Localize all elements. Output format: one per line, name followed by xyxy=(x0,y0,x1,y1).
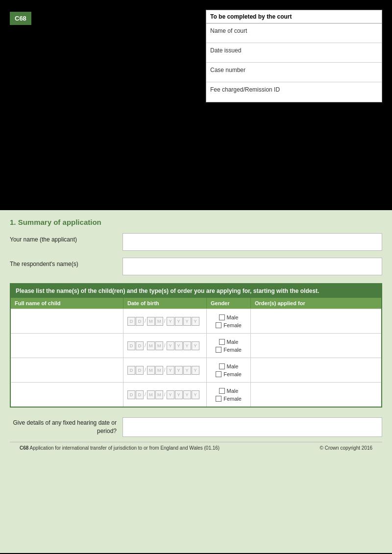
hearing-label: Give details of any fixed hearing date o… xyxy=(10,419,122,435)
court-case-row: Case number xyxy=(206,63,382,82)
female-label-1: Female xyxy=(223,322,242,328)
col-dob: Date of birth xyxy=(123,298,207,309)
dob-d1-4[interactable]: D xyxy=(127,390,135,399)
dob-y3-1[interactable]: Y xyxy=(183,317,191,326)
child-name-input-1[interactable] xyxy=(15,318,119,324)
court-fee-row: Fee charged/Remission ID xyxy=(206,82,382,102)
female-checkbox-3[interactable] xyxy=(216,371,221,377)
gender-male-2: Male xyxy=(219,339,239,345)
dob-y3-4[interactable]: Y xyxy=(183,390,191,399)
dob-y4-2[interactable]: Y xyxy=(192,341,199,350)
dob-y4-4[interactable]: Y xyxy=(192,390,199,399)
child-gender-cell-1: Male Female xyxy=(207,309,251,333)
dob-y2-3[interactable]: Y xyxy=(175,366,183,375)
dob-field-1: D D / M M / Y Y Y Y xyxy=(127,317,199,326)
dob-m1-3[interactable]: M xyxy=(147,366,155,375)
dob-field-2: D D / M M / Y Y Y Y xyxy=(127,341,199,350)
dob-y3-2[interactable]: Y xyxy=(183,341,191,350)
gender-female-2: Female xyxy=(216,347,242,353)
dob-y3-3[interactable]: Y xyxy=(183,366,191,375)
child-row-1: D D / M M / Y Y Y Y Male xyxy=(11,309,381,333)
child-orders-input-3[interactable] xyxy=(255,367,377,373)
dob-d2-4[interactable]: D xyxy=(136,390,144,399)
male-label-4: Male xyxy=(227,388,239,394)
dob-m2-3[interactable]: M xyxy=(155,366,163,375)
children-header: Please list the name(s) of the child(ren… xyxy=(11,284,381,298)
child-dob-cell-3: D D / M M / Y Y Y Y xyxy=(123,358,207,382)
gender-female-3: Female xyxy=(216,371,242,377)
court-table: To be completed by the court Name of cou… xyxy=(206,10,382,102)
dob-m2-2[interactable]: M xyxy=(155,341,163,350)
dob-d2-2[interactable]: D xyxy=(136,341,144,350)
dob-y2-4[interactable]: Y xyxy=(175,390,183,399)
hearing-input[interactable] xyxy=(122,417,382,437)
male-checkbox-2[interactable] xyxy=(219,339,225,345)
dob-y1-3[interactable]: Y xyxy=(167,366,174,375)
child-name-input-3[interactable] xyxy=(15,367,119,373)
child-row-4: D D / M M / Y Y Y Y Male xyxy=(11,382,381,407)
female-checkbox-2[interactable] xyxy=(216,347,221,353)
dob-d1-1[interactable]: D xyxy=(127,317,135,326)
male-checkbox-4[interactable] xyxy=(219,388,225,394)
dob-y2-2[interactable]: Y xyxy=(175,341,183,350)
court-name-label: Name of court xyxy=(210,27,247,34)
gender-male-4: Male xyxy=(219,388,239,394)
col-orders: Order(s) applied for xyxy=(251,298,381,309)
court-case-label: Case number xyxy=(210,67,245,73)
male-label-2: Male xyxy=(227,339,239,345)
middle-space xyxy=(0,102,392,210)
dob-m1-4[interactable]: M xyxy=(147,390,155,399)
male-checkbox-3[interactable] xyxy=(219,363,225,369)
child-orders-cell-3 xyxy=(251,358,381,382)
child-gender-cell-3: Male Female xyxy=(207,358,251,382)
child-orders-cell-4 xyxy=(251,383,381,407)
dob-m2-4[interactable]: M xyxy=(155,390,163,399)
child-name-cell-2 xyxy=(11,334,123,358)
child-gender-cell-4: Male Female xyxy=(207,383,251,407)
child-row-2: D D / M M / Y Y Y Y Male xyxy=(11,333,381,358)
respondent-input[interactable] xyxy=(122,258,382,275)
dob-m1-1[interactable]: M xyxy=(147,317,155,326)
respondent-label: The respondent's name(s) xyxy=(10,258,122,267)
dob-m2-1[interactable]: M xyxy=(155,317,163,326)
footer-left: C68 Application for international transf… xyxy=(20,445,220,451)
child-name-input-4[interactable] xyxy=(15,392,119,398)
dob-y4-1[interactable]: Y xyxy=(192,317,199,326)
applicant-row: Your name (the applicant) xyxy=(10,233,382,251)
child-name-input-2[interactable] xyxy=(15,343,119,349)
respondent-row: The respondent's name(s) xyxy=(10,258,382,275)
child-dob-cell-1: D D / M M / Y Y Y Y xyxy=(123,309,207,333)
female-checkbox-1[interactable] xyxy=(216,322,221,328)
child-orders-input-4[interactable] xyxy=(255,392,377,398)
dob-y4-3[interactable]: Y xyxy=(192,366,199,375)
hearing-row: Give details of any fixed hearing date o… xyxy=(10,417,382,437)
gender-male-3: Male xyxy=(219,363,239,369)
dob-y1-1[interactable]: Y xyxy=(167,317,174,326)
gender-female-4: Female xyxy=(216,396,242,402)
footer-right: © Crown copyright 2016 xyxy=(320,445,372,451)
dob-d1-3[interactable]: D xyxy=(127,366,135,375)
applicant-input[interactable] xyxy=(122,233,382,251)
female-label-4: Female xyxy=(223,396,242,402)
court-date-row: Date issued xyxy=(206,43,382,63)
male-checkbox-1[interactable] xyxy=(219,314,225,320)
c68-badge: C68 xyxy=(10,12,31,25)
dob-y1-2[interactable]: Y xyxy=(167,341,174,350)
child-name-cell-3 xyxy=(11,358,123,382)
child-orders-input-1[interactable] xyxy=(255,318,377,324)
dob-field-3: D D / M M / Y Y Y Y xyxy=(127,366,199,375)
dob-d2-1[interactable]: D xyxy=(136,317,144,326)
section1-title: 1. Summary of application xyxy=(10,218,382,226)
dob-d2-3[interactable]: D xyxy=(136,366,144,375)
female-checkbox-4[interactable] xyxy=(216,396,221,402)
child-orders-input-2[interactable] xyxy=(255,343,377,349)
gender-male-1: Male xyxy=(219,314,239,320)
dob-d1-2[interactable]: D xyxy=(127,341,135,350)
dob-m1-2[interactable]: M xyxy=(147,341,155,350)
child-orders-cell-1 xyxy=(251,309,381,333)
col-gender: Gender xyxy=(207,298,251,309)
male-label-1: Male xyxy=(227,314,239,320)
dob-y1-4[interactable]: Y xyxy=(167,390,174,399)
dob-y2-1[interactable]: Y xyxy=(175,317,183,326)
main-content: 1. Summary of application Your name (the… xyxy=(0,210,392,553)
